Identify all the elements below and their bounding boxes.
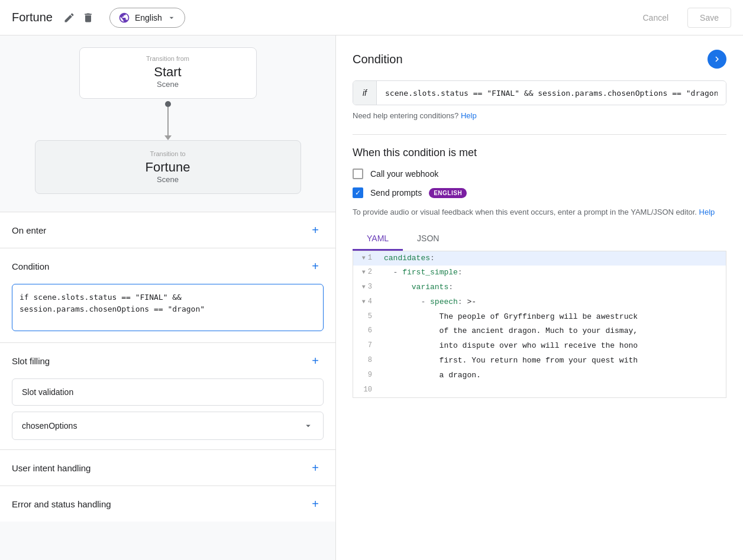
language-selector[interactable]: English (109, 8, 185, 28)
edit-icon (63, 12, 75, 24)
slot-filling-add-button[interactable]: + (307, 352, 324, 369)
language-label: English (135, 13, 162, 22)
app-title: Fortune (12, 11, 53, 24)
slot-filling-section: Slot filling + Slot validation chosenOpt… (0, 342, 335, 449)
help-text: Need help entering conditions? Help (353, 111, 726, 120)
save-button[interactable]: Save (687, 8, 731, 28)
right-panel: Condition if Need help entering conditio… (336, 35, 743, 560)
transition-to-label: Transition to (45, 150, 291, 157)
condition-title: Condition (12, 261, 49, 271)
english-badge: ENGLISH (429, 188, 467, 198)
json-tab[interactable]: JSON (403, 228, 453, 251)
code-line-6: 6 of the ancient dragon. Much to your di… (353, 324, 726, 339)
fortune-scene-type: Scene (45, 175, 291, 184)
condition-help-link[interactable]: Help (461, 111, 477, 120)
on-enter-add-button[interactable]: + (307, 222, 324, 238)
user-intent-title: User intent handling (12, 463, 91, 473)
transition-from-box: Transition from Start Scene (79, 47, 257, 99)
main-layout: Transition from Start Scene Transition t… (0, 35, 743, 560)
code-line-7: 7 into dispute over who will receive the… (353, 339, 726, 354)
on-enter-section: On enter + (0, 212, 335, 248)
collapse-triangle[interactable]: ▼ (362, 268, 366, 277)
fortune-scene-name: Fortune (45, 160, 291, 175)
transition-from-label: Transition from (89, 55, 247, 62)
if-label: if (353, 81, 377, 105)
error-status-add-button[interactable]: + (307, 496, 324, 512)
send-prompts-row: Send prompts ENGLISH (353, 187, 726, 198)
send-prompts-checkbox[interactable] (353, 187, 363, 198)
transition-to-box: Transition to Fortune Scene (35, 140, 301, 194)
code-line-4: ▼4 - speech: >- (353, 295, 726, 310)
chevron-down-icon (167, 13, 176, 22)
condition-section: Condition + if scene.slots.status == "FI… (0, 248, 335, 342)
error-status-section: Error and status handling + (0, 485, 335, 522)
code-line-5: 5 The people of Gryffinberg will be awes… (353, 310, 726, 325)
edit-button[interactable] (60, 8, 79, 27)
code-line-1: ▼1candidates: (353, 251, 726, 266)
condition-input-row: if (353, 80, 726, 105)
cancel-button[interactable]: Cancel (633, 8, 678, 27)
expand-button[interactable] (708, 50, 726, 69)
prompts-help-link[interactable]: Help (699, 208, 715, 216)
app-header: Fortune English Cancel Save (0, 0, 743, 35)
code-line-2: ▼2 - first_simple: (353, 266, 726, 280)
webhook-checkbox[interactable] (353, 169, 363, 179)
start-scene-type: Scene (89, 80, 247, 89)
yaml-tab[interactable]: YAML (353, 228, 403, 251)
panel-title: Condition (353, 53, 403, 66)
chosen-options-dropdown[interactable]: chosenOptions (12, 412, 324, 440)
on-enter-header[interactable]: On enter + (0, 212, 335, 248)
collapse-triangle[interactable]: ▼ (362, 254, 366, 263)
prompts-description: To provide audio or visual feedback when… (353, 206, 726, 218)
collapse-triangle[interactable]: ▼ (362, 283, 366, 292)
condition-content: if scene.slots.status == "FINAL" && sess… (0, 284, 335, 342)
condition-field[interactable] (377, 82, 726, 105)
transition-diagram: Transition from Start Scene Transition t… (0, 35, 335, 212)
arrow-dot (165, 101, 171, 107)
slot-filling-header[interactable]: Slot filling + (0, 343, 335, 378)
webhook-row: Call your webhook (353, 169, 726, 179)
delete-button[interactable] (79, 8, 98, 27)
tab-bar: YAML JSON (353, 228, 726, 251)
user-intent-add-button[interactable]: + (307, 459, 324, 476)
on-enter-title: On enter (12, 225, 46, 235)
error-status-title: Error and status handling (12, 499, 111, 509)
arrow-head (164, 135, 172, 140)
code-line-10: 10 (353, 383, 726, 398)
collapse-triangle[interactable]: ▼ (362, 297, 366, 307)
divider (353, 134, 726, 135)
condition-textarea[interactable]: if scene.slots.status == "FINAL" && sess… (12, 284, 324, 331)
error-status-header[interactable]: Error and status handling + (0, 486, 335, 522)
user-intent-header[interactable]: User intent handling + (0, 450, 335, 485)
send-prompts-label: Send prompts (370, 188, 422, 198)
header-actions: Cancel Save (633, 8, 731, 28)
trash-icon (82, 12, 94, 24)
globe-icon (118, 12, 130, 24)
dropdown-chevron-icon (303, 420, 314, 431)
code-line-9: 9 a dragon. (353, 368, 726, 383)
arrow-line (167, 107, 169, 135)
code-line-3: ▼3 variants: (353, 280, 726, 295)
slot-filling-title: Slot filling (12, 356, 50, 366)
condition-add-button[interactable]: + (307, 258, 324, 274)
slot-filling-content: Slot validation chosenOptions (0, 378, 335, 449)
arrow (164, 99, 172, 140)
condition-header[interactable]: Condition + (0, 248, 335, 284)
chosen-options-label: chosenOptions (22, 421, 77, 430)
chevron-right-icon (712, 54, 722, 64)
webhook-label: Call your webhook (370, 169, 438, 179)
code-line-8: 8 first. You return home from your quest… (353, 354, 726, 368)
slot-validation-item[interactable]: Slot validation (12, 378, 324, 406)
when-met-title: When this condition is met (353, 147, 726, 159)
start-scene-name: Start (89, 64, 247, 80)
left-panel: Transition from Start Scene Transition t… (0, 35, 336, 560)
user-intent-section: User intent handling + (0, 449, 335, 485)
panel-header: Condition (353, 50, 726, 69)
code-editor[interactable]: ▼1candidates:▼2 - first_simple:▼3 varian… (353, 251, 726, 399)
